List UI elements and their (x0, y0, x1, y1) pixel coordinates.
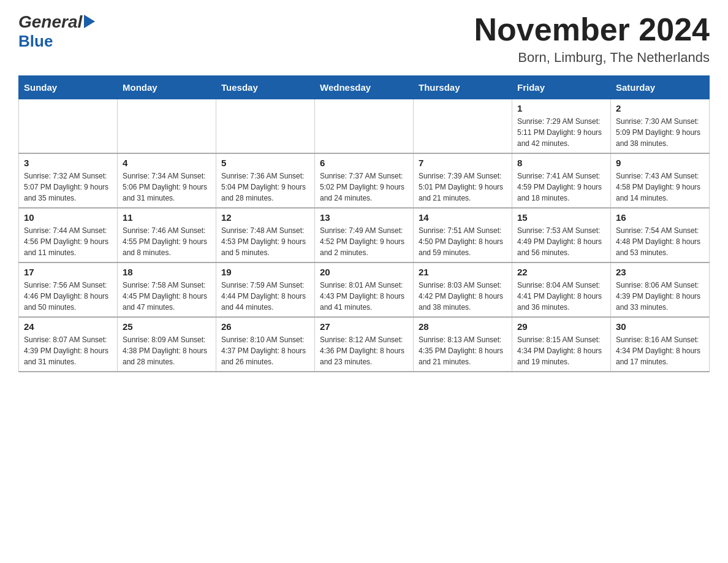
day-number: 29 (517, 321, 605, 332)
day-info: Sunrise: 7:37 AM Sunset: 5:02 PM Dayligh… (320, 170, 408, 204)
calendar-cell: 17Sunrise: 7:56 AM Sunset: 4:46 PM Dayli… (19, 262, 118, 317)
calendar-cell: 5Sunrise: 7:36 AM Sunset: 5:04 PM Daylig… (216, 153, 315, 208)
weekday-header-monday: Monday (118, 76, 216, 99)
day-number: 16 (616, 212, 704, 223)
day-info: Sunrise: 8:16 AM Sunset: 4:34 PM Dayligh… (616, 334, 704, 367)
calendar-cell: 9Sunrise: 7:43 AM Sunset: 4:58 PM Daylig… (611, 153, 710, 208)
weekday-header-tuesday: Tuesday (216, 76, 315, 99)
day-info: Sunrise: 8:12 AM Sunset: 4:36 PM Dayligh… (320, 334, 408, 367)
calendar-cell: 24Sunrise: 8:07 AM Sunset: 4:39 PM Dayli… (19, 317, 118, 372)
logo-blue-word: Blue (18, 32, 53, 51)
day-info: Sunrise: 8:01 AM Sunset: 4:43 PM Dayligh… (320, 280, 408, 313)
calendar-cell: 22Sunrise: 8:04 AM Sunset: 4:41 PM Dayli… (512, 262, 611, 317)
calendar-cell: 2Sunrise: 7:30 AM Sunset: 5:09 PM Daylig… (611, 99, 710, 154)
day-info: Sunrise: 7:58 AM Sunset: 4:45 PM Dayligh… (123, 280, 211, 313)
day-number: 6 (320, 158, 408, 168)
day-info: Sunrise: 8:13 AM Sunset: 4:35 PM Dayligh… (419, 334, 507, 367)
day-number: 17 (24, 267, 112, 277)
calendar-cell: 16Sunrise: 7:54 AM Sunset: 4:48 PM Dayli… (611, 208, 710, 262)
day-info: Sunrise: 7:43 AM Sunset: 4:58 PM Dayligh… (616, 170, 704, 204)
day-info: Sunrise: 7:54 AM Sunset: 4:48 PM Dayligh… (616, 225, 704, 258)
day-info: Sunrise: 7:46 AM Sunset: 4:55 PM Dayligh… (123, 225, 211, 258)
calendar-cell: 3Sunrise: 7:32 AM Sunset: 5:07 PM Daylig… (19, 153, 118, 208)
day-number: 13 (320, 212, 408, 223)
calendar-cell: 11Sunrise: 7:46 AM Sunset: 4:55 PM Dayli… (118, 208, 216, 262)
calendar-table: SundayMondayTuesdayWednesdayThursdayFrid… (18, 75, 710, 372)
day-number: 26 (221, 321, 309, 332)
day-number: 20 (320, 267, 408, 277)
day-info: Sunrise: 7:29 AM Sunset: 5:11 PM Dayligh… (517, 116, 605, 149)
day-number: 11 (123, 212, 211, 223)
calendar-cell: 21Sunrise: 8:03 AM Sunset: 4:42 PM Dayli… (414, 262, 512, 317)
day-info: Sunrise: 7:56 AM Sunset: 4:46 PM Dayligh… (24, 280, 112, 313)
calendar-cell: 20Sunrise: 8:01 AM Sunset: 4:43 PM Dayli… (315, 262, 414, 317)
day-info: Sunrise: 8:07 AM Sunset: 4:39 PM Dayligh… (24, 334, 112, 367)
logo-general-word: General (18, 12, 82, 32)
day-number: 23 (616, 267, 704, 277)
calendar-cell (315, 99, 414, 154)
calendar-cell: 8Sunrise: 7:41 AM Sunset: 4:59 PM Daylig… (512, 153, 611, 208)
calendar-cell: 6Sunrise: 7:37 AM Sunset: 5:02 PM Daylig… (315, 153, 414, 208)
day-info: Sunrise: 7:34 AM Sunset: 5:06 PM Dayligh… (123, 170, 211, 204)
calendar-cell (216, 99, 315, 154)
logo: General Blue (18, 12, 95, 51)
calendar-week-3: 10Sunrise: 7:44 AM Sunset: 4:56 PM Dayli… (19, 208, 710, 262)
calendar-cell: 10Sunrise: 7:44 AM Sunset: 4:56 PM Dayli… (19, 208, 118, 262)
calendar-cell: 19Sunrise: 7:59 AM Sunset: 4:44 PM Dayli… (216, 262, 315, 317)
day-number: 5 (221, 158, 309, 168)
day-number: 2 (616, 103, 704, 113)
day-info: Sunrise: 8:04 AM Sunset: 4:41 PM Dayligh… (517, 280, 605, 313)
day-number: 7 (419, 158, 507, 168)
calendar-week-4: 17Sunrise: 7:56 AM Sunset: 4:46 PM Dayli… (19, 262, 710, 317)
day-number: 25 (123, 321, 211, 332)
calendar-week-1: 1Sunrise: 7:29 AM Sunset: 5:11 PM Daylig… (19, 99, 710, 154)
day-number: 27 (320, 321, 408, 332)
day-number: 1 (517, 103, 605, 113)
calendar-cell: 18Sunrise: 7:58 AM Sunset: 4:45 PM Dayli… (118, 262, 216, 317)
calendar-cell: 23Sunrise: 8:06 AM Sunset: 4:39 PM Dayli… (611, 262, 710, 317)
calendar-week-2: 3Sunrise: 7:32 AM Sunset: 5:07 PM Daylig… (19, 153, 710, 208)
calendar-cell: 1Sunrise: 7:29 AM Sunset: 5:11 PM Daylig… (512, 99, 611, 154)
calendar-header-row: SundayMondayTuesdayWednesdayThursdayFrid… (19, 76, 710, 99)
day-number: 19 (221, 267, 309, 277)
calendar-cell: 15Sunrise: 7:53 AM Sunset: 4:49 PM Dayli… (512, 208, 611, 262)
calendar-cell: 27Sunrise: 8:12 AM Sunset: 4:36 PM Dayli… (315, 317, 414, 372)
day-info: Sunrise: 7:41 AM Sunset: 4:59 PM Dayligh… (517, 170, 605, 204)
day-info: Sunrise: 7:30 AM Sunset: 5:09 PM Dayligh… (616, 116, 704, 149)
day-info: Sunrise: 7:49 AM Sunset: 4:52 PM Dayligh… (320, 225, 408, 258)
logo-general-text: General (18, 12, 95, 32)
calendar-cell: 12Sunrise: 7:48 AM Sunset: 4:53 PM Dayli… (216, 208, 315, 262)
calendar-cell: 4Sunrise: 7:34 AM Sunset: 5:06 PM Daylig… (118, 153, 216, 208)
day-info: Sunrise: 8:10 AM Sunset: 4:37 PM Dayligh… (221, 334, 309, 367)
day-info: Sunrise: 8:09 AM Sunset: 4:38 PM Dayligh… (123, 334, 211, 367)
day-number: 12 (221, 212, 309, 223)
calendar-week-5: 24Sunrise: 8:07 AM Sunset: 4:39 PM Dayli… (19, 317, 710, 372)
day-info: Sunrise: 7:36 AM Sunset: 5:04 PM Dayligh… (221, 170, 309, 204)
calendar-cell: 30Sunrise: 8:16 AM Sunset: 4:34 PM Dayli… (611, 317, 710, 372)
calendar-cell: 29Sunrise: 8:15 AM Sunset: 4:34 PM Dayli… (512, 317, 611, 372)
calendar-cell (414, 99, 512, 154)
weekday-header-saturday: Saturday (611, 76, 710, 99)
day-info: Sunrise: 7:48 AM Sunset: 4:53 PM Dayligh… (221, 225, 309, 258)
day-number: 21 (419, 267, 507, 277)
day-number: 15 (517, 212, 605, 223)
weekday-header-thursday: Thursday (414, 76, 512, 99)
logo-arrow-icon (84, 15, 95, 28)
title-area: November 2024 Born, Limburg, The Netherl… (474, 12, 710, 66)
weekday-header-wednesday: Wednesday (315, 76, 414, 99)
calendar-cell: 14Sunrise: 7:51 AM Sunset: 4:50 PM Dayli… (414, 208, 512, 262)
day-number: 8 (517, 158, 605, 168)
weekday-header-sunday: Sunday (19, 76, 118, 99)
day-number: 10 (24, 212, 112, 223)
day-info: Sunrise: 8:15 AM Sunset: 4:34 PM Dayligh… (517, 334, 605, 367)
calendar-cell (118, 99, 216, 154)
day-info: Sunrise: 7:53 AM Sunset: 4:49 PM Dayligh… (517, 225, 605, 258)
day-info: Sunrise: 7:51 AM Sunset: 4:50 PM Dayligh… (419, 225, 507, 258)
calendar-cell: 13Sunrise: 7:49 AM Sunset: 4:52 PM Dayli… (315, 208, 414, 262)
day-info: Sunrise: 7:39 AM Sunset: 5:01 PM Dayligh… (419, 170, 507, 204)
calendar-cell: 28Sunrise: 8:13 AM Sunset: 4:35 PM Dayli… (414, 317, 512, 372)
calendar-cell (19, 99, 118, 154)
day-number: 9 (616, 158, 704, 168)
day-info: Sunrise: 8:03 AM Sunset: 4:42 PM Dayligh… (419, 280, 507, 313)
day-info: Sunrise: 7:59 AM Sunset: 4:44 PM Dayligh… (221, 280, 309, 313)
